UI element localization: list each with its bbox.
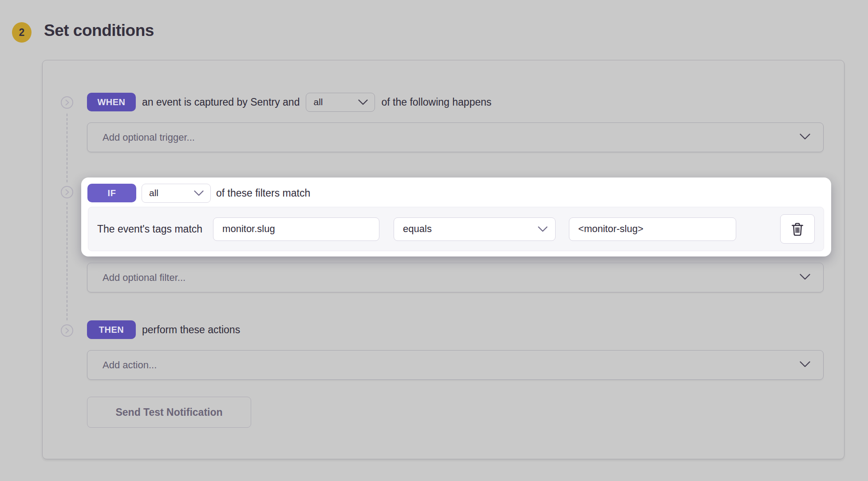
filter-condition-row: The event's tags match equals	[88, 207, 824, 251]
chevron-down-icon	[537, 226, 548, 233]
when-badge: WHEN	[87, 93, 136, 111]
when-text-after: of the following happens	[381, 96, 491, 108]
rail-dashed-connector	[67, 114, 67, 182]
chevron-right-circle-icon	[60, 324, 74, 337]
if-match-select[interactable]: all	[142, 184, 211, 203]
chevron-right-circle-icon	[60, 96, 74, 109]
step-number: 2	[19, 27, 25, 39]
conditions-panel: WHEN an event is captured by Sentry and …	[42, 60, 844, 459]
then-badge: THEN	[87, 320, 136, 339]
chevron-right-circle-icon	[60, 185, 74, 199]
when-match-select-value: all	[313, 97, 358, 107]
page-title: Set conditions	[44, 21, 154, 40]
when-row: WHEN an event is captured by Sentry and …	[87, 92, 492, 112]
then-text-after: perform these actions	[142, 324, 240, 336]
if-text-after: of these filters match	[216, 187, 310, 199]
send-test-notification-button[interactable]: Send Test Notification	[87, 397, 251, 428]
chevron-down-icon	[193, 190, 204, 197]
filter-value-input[interactable]	[569, 217, 736, 241]
if-badge: IF	[87, 184, 136, 202]
add-action-placeholder: Add action...	[103, 359, 799, 371]
chevron-down-icon	[799, 133, 811, 142]
when-match-select[interactable]: all	[306, 93, 375, 112]
delete-filter-button[interactable]	[780, 214, 815, 244]
if-filter-card: IF all of these filters match The event'…	[81, 177, 831, 256]
then-row: THEN perform these actions	[87, 320, 240, 339]
add-trigger-placeholder: Add optional trigger...	[103, 132, 799, 143]
if-match-select-value: all	[149, 188, 193, 198]
chevron-down-icon	[358, 99, 368, 106]
filter-condition-label: The event's tags match	[97, 223, 202, 235]
filter-key-input[interactable]	[213, 217, 379, 241]
step-number-badge: 2	[12, 22, 32, 43]
chevron-down-icon	[799, 273, 811, 282]
send-test-notification-label: Send Test Notification	[115, 406, 222, 418]
when-text-before: an event is captured by Sentry and	[142, 96, 300, 108]
add-filter-placeholder: Add optional filter...	[103, 272, 799, 284]
chevron-down-icon	[799, 361, 811, 370]
rail-dashed-connector	[67, 202, 67, 320]
filter-match-select-value: equals	[403, 223, 537, 235]
add-filter-select[interactable]: Add optional filter...	[87, 263, 824, 292]
if-row: IF all of these filters match	[87, 183, 310, 203]
trash-icon	[791, 222, 804, 237]
add-action-select[interactable]: Add action...	[87, 350, 824, 380]
filter-match-select[interactable]: equals	[394, 217, 556, 241]
add-trigger-select[interactable]: Add optional trigger...	[87, 122, 824, 152]
